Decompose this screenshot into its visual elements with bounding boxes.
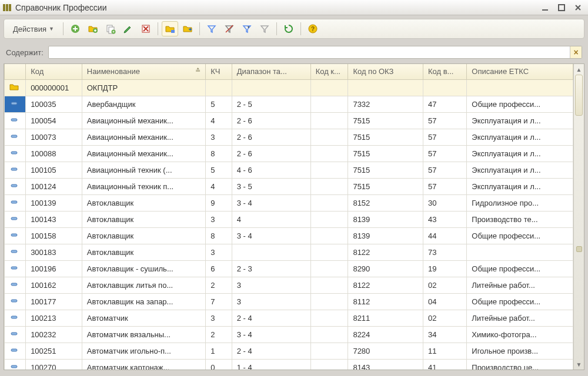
clear-filter-button[interactable]: × (570, 46, 582, 58)
table-row[interactable]: 100139Автоклавщик93 - 4815230Гидролизное… (5, 194, 573, 211)
table-row[interactable]: 100213Автоматчик32 - 4821102Литейные раб… (5, 310, 573, 326)
cell-kodk (310, 343, 348, 359)
cell-etks: Эксплуатация и л... (467, 178, 573, 194)
help-button[interactable]: ? (305, 21, 321, 36)
cell-icon (5, 260, 26, 277)
cell-kodk (310, 194, 348, 211)
add-button[interactable] (67, 21, 83, 36)
item-icon (9, 115, 19, 125)
cell-kc: 8 (206, 227, 232, 244)
cell-kc: 4 (206, 112, 232, 129)
cell-diap: 4 (232, 211, 310, 227)
scroll-thumb[interactable] (575, 75, 583, 116)
scroll-track[interactable] (574, 75, 584, 359)
table-row[interactable]: 100162Автоклавщик литья по...23812202Лит… (5, 277, 573, 293)
col-icon[interactable] (5, 64, 26, 79)
filter-input[interactable] (48, 46, 582, 59)
table-row[interactable]: 100177Автоклавщик на запар...73811204Общ… (5, 293, 573, 310)
scroll-up-button[interactable]: ▲ (574, 64, 584, 75)
table-row[interactable]: 300183Автоклавщик3812273 (5, 244, 573, 260)
svg-text:▾: ▾ (248, 25, 249, 29)
col-okz[interactable]: Код по ОКЗ (348, 64, 423, 79)
actions-menu[interactable]: Действия ▼ (8, 21, 59, 36)
edit-button[interactable] (120, 21, 136, 36)
hierarchy-button[interactable] (162, 21, 178, 36)
close-button[interactable] (572, 2, 584, 14)
table-row[interactable]: 100054Авиационный механик...42 - 6751557… (5, 112, 573, 129)
filter-settings-button[interactable]: ▾ (239, 21, 255, 36)
col-kc[interactable]: КЧ (206, 64, 232, 79)
item-icon (9, 99, 19, 108)
table-row[interactable]: 100124Авиационный техник п...43 - 575155… (5, 178, 573, 194)
table-row[interactable]: 100270Автоматчик картонаж...01 - 4814341… (5, 359, 573, 370)
cell-diap: 2 - 4 (232, 343, 310, 359)
svg-rect-2 (9, 4, 11, 11)
table-row[interactable]: 100232Автоматчик вязальны...23 - 4822434… (5, 326, 573, 343)
svg-rect-44 (11, 333, 17, 335)
cell-okz: 8290 (348, 260, 423, 277)
cell-diap: 3 - 4 (232, 326, 310, 343)
cell-kodv: 57 (423, 129, 466, 145)
cell-icon (5, 359, 26, 370)
cell-kodk (310, 112, 348, 129)
cell-icon (5, 129, 26, 145)
svg-text:?: ? (311, 26, 315, 32)
maximize-button[interactable] (555, 2, 568, 14)
minimize-button[interactable] (539, 2, 552, 14)
col-kodv[interactable]: Код в... (423, 64, 466, 79)
table-row[interactable]: 100196Автоклавщик - сушиль...62 - 382901… (5, 260, 573, 277)
col-code[interactable]: Код (26, 64, 82, 79)
cell-kc: 3 (206, 310, 232, 326)
col-etks[interactable]: Описание ЕТКС (467, 64, 573, 79)
col-name[interactable]: Наименование≛ (82, 64, 205, 79)
delete-button[interactable] (138, 21, 154, 36)
table-row[interactable]: 000000001ОКПДТР (5, 79, 573, 96)
svg-rect-42 (11, 316, 17, 318)
table-row[interactable]: 100158Автоклавщик83 - 4813944Общие профе… (5, 227, 573, 244)
table-row[interactable]: 100251Автоматчик игольно-п...12 - 472801… (5, 343, 573, 359)
filter-button[interactable] (203, 21, 220, 36)
refresh-button[interactable] (280, 21, 297, 36)
cell-kodk (310, 359, 348, 370)
cell-name: ОКПДТР (82, 79, 205, 96)
cell-icon (5, 79, 26, 96)
cell-kodk (310, 96, 348, 112)
toolbar-separator (199, 22, 200, 35)
app-icon (2, 3, 12, 12)
cell-etks: Общие професси... (467, 260, 573, 277)
cell-kodv: 57 (423, 162, 466, 178)
item-icon (9, 362, 19, 370)
copy-button[interactable] (102, 21, 119, 36)
cell-kc: 1 (206, 343, 232, 359)
filter-clear-button[interactable] (256, 21, 273, 36)
add-folder-button[interactable] (85, 21, 101, 36)
table-row[interactable]: 100143Автоклавщик34813943Производство те… (5, 211, 573, 227)
col-diap[interactable]: Диапазон та... (232, 64, 310, 79)
item-icon (9, 313, 19, 322)
cell-kc: 4 (206, 178, 232, 194)
filter-bar: Содержит: × (6, 46, 582, 59)
cell-icon (5, 211, 26, 227)
cell-name: Автоклавщик литья по... (82, 277, 205, 293)
filter-off-button[interactable] (221, 21, 238, 36)
cell-etks: Игольное произв... (467, 343, 573, 359)
cell-code: 100073 (26, 129, 82, 145)
data-grid[interactable]: Код Наименование≛ КЧ Диапазон та... Код … (4, 64, 573, 370)
table-row[interactable]: 100088Авиационный механик...82 - 6751557… (5, 145, 573, 162)
vertical-scrollbar[interactable]: ▲ ▼ (573, 64, 584, 370)
cell-okz: 7515 (348, 162, 423, 178)
table-row[interactable]: 100035Авербандщик52 - 5733247Общие профе… (5, 96, 573, 112)
svg-rect-26 (11, 184, 17, 187)
cell-diap (232, 244, 310, 260)
cell-kodv: 34 (423, 326, 466, 343)
scroll-down-button[interactable]: ▼ (574, 359, 584, 370)
move-button[interactable] (179, 21, 196, 36)
cell-diap: 2 - 6 (232, 112, 310, 129)
svg-rect-20 (11, 135, 17, 137)
col-kodk[interactable]: Код к... (310, 64, 348, 79)
table-row[interactable]: 100073Авиационный механик...32 - 6751557… (5, 129, 573, 145)
cell-name: Автоклавщик на запар... (82, 293, 205, 310)
cell-icon (5, 244, 26, 260)
cell-kodv: 11 (423, 343, 466, 359)
table-row[interactable]: 100105Авиационный техник (...54 - 675155… (5, 162, 573, 178)
